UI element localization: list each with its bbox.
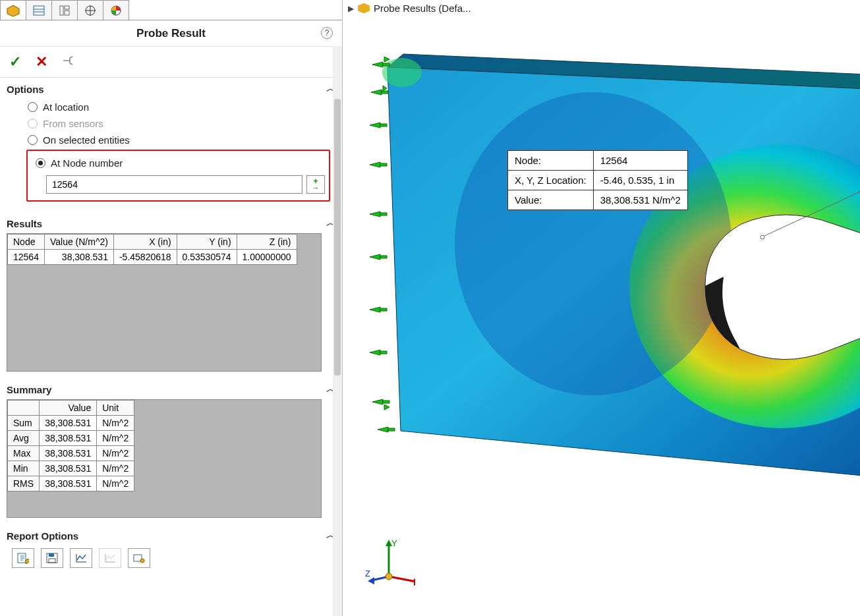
results-header[interactable]: Results ︿ [7, 213, 335, 233]
probe-callout[interactable]: Node:12564 X, Y, Z Location:-5.46, 0.535… [507, 150, 688, 210]
report-options-title: Report Options [7, 530, 78, 542]
svg-rect-41 [383, 401, 389, 403]
svg-marker-27 [383, 86, 387, 91]
cell-node: 12564 [8, 250, 45, 265]
col-z[interactable]: Z (in) [237, 235, 297, 250]
radio-icon [28, 135, 38, 145]
add-node-button[interactable]: + → [306, 175, 325, 194]
table-row: Max38,308.531N/m^2 [8, 446, 134, 461]
svg-marker-22 [372, 62, 383, 67]
cell-y: 0.53530574 [177, 250, 237, 265]
radio-label: On selected entities [43, 134, 130, 146]
report-button-save[interactable] [41, 548, 63, 568]
svg-marker-24 [384, 57, 389, 62]
results-table-wrap: Node Value (N/m^2) X (in) Y (in) Z (in) … [7, 233, 322, 372]
svg-marker-32 [370, 211, 380, 217]
svg-point-16 [140, 559, 144, 563]
svg-rect-23 [383, 63, 389, 66]
svg-rect-1 [34, 6, 44, 15]
svg-rect-31 [380, 163, 387, 166]
col-y[interactable]: Y (in) [177, 235, 237, 250]
scrollbar-thumb[interactable] [334, 99, 341, 376]
callout-loc-value: -5.46, 0.535, 1 in [593, 171, 687, 190]
tab-feature-manager[interactable] [0, 0, 26, 20]
triad-z: Z [365, 569, 370, 578]
table-row: Min38,308.531N/m^2 [8, 461, 134, 476]
callout-val-label: Value: [508, 190, 594, 210]
report-options-section: Report Options ︿ [0, 524, 342, 577]
svg-marker-42 [384, 405, 389, 410]
panel-scrollbar[interactable] [333, 46, 342, 616]
summary-title: Summary [7, 384, 51, 395]
svg-rect-14 [49, 559, 55, 563]
svg-marker-30 [370, 162, 380, 167]
tab-dimxpert-manager[interactable] [77, 0, 103, 20]
report-button-1[interactable] [12, 548, 34, 568]
cell-z: 1.00000000 [237, 250, 297, 265]
col-value[interactable]: Value [40, 401, 97, 416]
node-input-row: + → [32, 175, 325, 194]
svg-marker-34 [370, 254, 380, 260]
node-number-input[interactable] [46, 175, 302, 194]
help-icon[interactable]: ? [321, 27, 333, 39]
svg-rect-5 [65, 6, 69, 9]
report-button-sensor[interactable] [128, 548, 150, 568]
radio-label: At location [43, 101, 89, 113]
graphics-viewport[interactable]: ▶ Probe Results (Defa... [343, 0, 860, 616]
table-row[interactable]: 12564 38,308.531 -5.45820618 0.53530574 … [8, 250, 297, 265]
options-section: Options ︿ At location From sensors On se… [0, 78, 342, 212]
svg-rect-33 [380, 213, 387, 215]
breadcrumb[interactable]: ▶ Probe Results (Defa... [348, 3, 471, 14]
fixture-symbols [366, 57, 405, 445]
svg-marker-0 [7, 5, 19, 16]
tab-display-manager[interactable] [103, 0, 129, 20]
radio-from-sensors: From sensors [7, 115, 335, 132]
svg-marker-38 [370, 350, 380, 355]
arrow-right-icon: → [312, 184, 320, 191]
table-row: Avg38,308.531N/m^2 [8, 431, 134, 446]
callout-node-value: 12564 [593, 151, 687, 171]
summary-header[interactable]: Summary ︿ [7, 379, 335, 399]
svg-line-50 [389, 576, 415, 582]
svg-point-54 [386, 573, 392, 580]
fea-stress-plot [362, 26, 860, 616]
callout-node-label: Node: [508, 151, 594, 171]
options-title: Options [7, 84, 44, 95]
radio-icon [28, 119, 38, 128]
summary-table-wrap: Value Unit Sum38,308.531N/m^2 Avg38,308.… [7, 399, 322, 518]
svg-marker-28 [370, 123, 380, 128]
summary-section: Summary ︿ Value Unit Sum38,308.531N/m^2 … [0, 378, 342, 524]
table-header-row: Value Unit [8, 401, 134, 416]
pushpin-icon[interactable] [62, 55, 74, 69]
col-value[interactable]: Value (N/m^2) [44, 235, 113, 250]
col-blank [8, 401, 40, 416]
breadcrumb-title: Probe Results (Defa... [374, 3, 471, 14]
cancel-icon[interactable]: ✕ [36, 53, 47, 70]
radio-at-node[interactable]: At Node number [32, 155, 325, 171]
tab-property-manager[interactable] [26, 0, 52, 20]
svg-rect-37 [380, 308, 387, 311]
report-button-plot[interactable] [70, 548, 92, 568]
svg-rect-4 [60, 6, 63, 15]
table-header-row: Node Value (N/m^2) X (in) Y (in) Z (in) [8, 235, 297, 250]
tab-configuration-manager[interactable] [51, 0, 78, 20]
report-button-plot-disabled [99, 548, 121, 568]
orientation-triad[interactable]: Y X Z [362, 537, 415, 596]
col-node[interactable]: Node [8, 235, 45, 250]
options-header[interactable]: Options ︿ [7, 79, 335, 99]
table-row: RMS38,308.531N/m^2 [8, 476, 134, 491]
table-row: Sum38,308.531N/m^2 [8, 416, 134, 431]
radio-on-selected[interactable]: On selected entities [7, 132, 335, 148]
col-x[interactable]: X (in) [113, 235, 177, 250]
report-options-header[interactable]: Report Options ︿ [7, 526, 335, 546]
cube-icon [358, 3, 370, 14]
report-options-row [7, 546, 335, 571]
col-unit[interactable]: Unit [97, 401, 134, 416]
triad-y: Y [391, 538, 397, 548]
radio-icon [28, 102, 38, 112]
radio-at-location[interactable]: At location [7, 99, 335, 115]
svg-marker-51 [414, 578, 415, 586]
callout-val-value: 38,308.531 N/m^2 [593, 190, 687, 210]
ok-icon[interactable]: ✓ [9, 53, 21, 70]
results-section: Results ︿ Node Value (N/m^2) X (in) Y (i… [0, 212, 342, 378]
